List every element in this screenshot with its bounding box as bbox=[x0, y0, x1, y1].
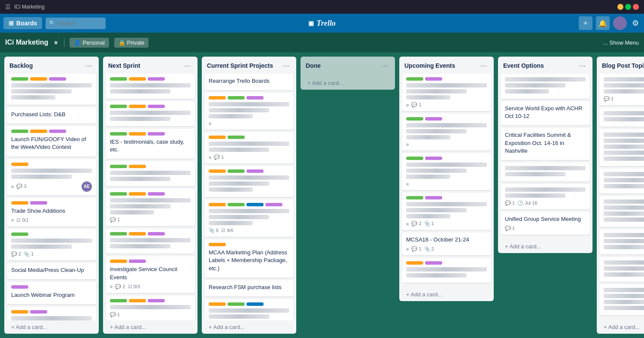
card-meta: ≡💬 2☑ 0/3 bbox=[110, 284, 191, 290]
board-content: Backlog···Purchased Lists: D&BLaunch FUN… bbox=[0, 52, 644, 338]
list-item[interactable]: 💬 1 bbox=[106, 189, 195, 226]
list-item[interactable] bbox=[106, 74, 195, 99]
column-menu-button-current-sprint[interactable]: ··· bbox=[281, 61, 291, 70]
gear-icon: ⚙ bbox=[632, 19, 639, 27]
column-menu-button-done[interactable]: ··· bbox=[380, 61, 390, 70]
list-item[interactable]: Unified Group Service Meeting💬 1 bbox=[501, 212, 590, 235]
add-card-button-blog-post-topics[interactable]: + Add a card... bbox=[599, 320, 644, 334]
list-item[interactable]: Service World Expo with ACHR Oct 10-12 bbox=[501, 101, 590, 125]
add-card-button-event-options[interactable]: + Add a card... bbox=[501, 240, 590, 253]
list-item[interactable]: Critical Facilities Summit & Exposition … bbox=[501, 128, 590, 160]
list-item[interactable]: Launch Webinar Program bbox=[7, 282, 96, 304]
card-checklist: ☑ 0/3 bbox=[128, 284, 140, 290]
personal-label: Personal bbox=[82, 39, 104, 46]
minimize-button[interactable]: ─ bbox=[617, 4, 623, 10]
label-green bbox=[406, 157, 423, 160]
card-comments: 💬 3 bbox=[16, 184, 26, 189]
column-cards-backlog: Purchased Lists: D&BLaunch FUN/GOOFY Vid… bbox=[4, 74, 99, 320]
label-green bbox=[406, 196, 423, 199]
list-item[interactable]: Investigate Service Council Events≡💬 2☑ … bbox=[106, 256, 195, 293]
list-item[interactable]: Social Media/Press Clean-Up bbox=[7, 263, 96, 279]
column-menu-button-backlog[interactable]: ··· bbox=[84, 61, 94, 70]
list-item[interactable] bbox=[599, 229, 644, 254]
column-menu-button-event-options[interactable]: ··· bbox=[577, 61, 587, 70]
star-icon[interactable]: ★ bbox=[53, 39, 59, 46]
list-item[interactable]: ≡💬 1 bbox=[402, 74, 491, 111]
private-tag[interactable]: 🔒 Private bbox=[114, 38, 149, 48]
list-item[interactable] bbox=[501, 163, 590, 181]
column-menu-button-next-sprint[interactable]: ··· bbox=[182, 61, 192, 70]
card-meta: 💬 1 bbox=[505, 226, 586, 231]
search-input[interactable] bbox=[46, 18, 106, 29]
add-card-button-backlog[interactable]: + Add a card... bbox=[7, 320, 96, 334]
list-item[interactable]: ≡💬 3AE bbox=[7, 159, 96, 195]
column-title-current-sprint: Current Sprint Projects bbox=[207, 62, 273, 69]
list-item[interactable] bbox=[599, 196, 644, 227]
list-item[interactable] bbox=[402, 258, 491, 283]
list-item[interactable]: MCAA Marketing Plan (Address Labels + Me… bbox=[204, 239, 294, 278]
label-orange bbox=[129, 299, 146, 302]
list-item[interactable] bbox=[599, 129, 644, 166]
list-item[interactable] bbox=[599, 257, 644, 282]
list-item[interactable]: 💬 1 bbox=[599, 74, 644, 105]
list-item[interactable]: ≡ bbox=[402, 114, 491, 151]
list-item[interactable]: ≡💬 1 bbox=[204, 132, 294, 163]
list-item[interactable]: 📎 6☑ 4/6 bbox=[204, 199, 294, 237]
add-button[interactable]: + bbox=[579, 16, 592, 30]
close-button[interactable]: ✕ bbox=[633, 4, 639, 10]
card-comments: 💬 1 bbox=[505, 226, 515, 231]
add-card-button-upcoming-events[interactable]: + Add a card... bbox=[402, 288, 491, 301]
list-item[interactable]: Rearrange Trello Boards bbox=[204, 74, 294, 90]
list-item[interactable]: 💬 1 bbox=[106, 296, 195, 320]
card-meta: 📎 6☑ 4/6 bbox=[209, 228, 289, 233]
add-card-button-next-sprint[interactable]: + Add a card... bbox=[106, 320, 195, 334]
list-item[interactable]: Launch FUN/GOOFY Video of the Week/Video… bbox=[7, 126, 96, 156]
list-item[interactable] bbox=[106, 101, 195, 126]
maximize-button[interactable]: □ bbox=[625, 4, 631, 10]
personal-tag[interactable]: 👤 Personal bbox=[70, 38, 109, 48]
list-item[interactable]: 📎 6☑ 4/6 bbox=[204, 299, 294, 320]
board-header: ICi Marketing ★ 👤 Personal 🔒 Private ...… bbox=[0, 33, 644, 52]
card-blur-line bbox=[406, 89, 467, 94]
boards-button[interactable]: ⊞ Boards bbox=[3, 17, 42, 29]
hamburger-icon: ☰ bbox=[5, 3, 11, 10]
add-card-button-done[interactable]: + Add a card... bbox=[303, 76, 392, 90]
column-upcoming-events: Upcoming Events···≡💬 1≡≡≡💬 2📎 1MCSA18 - … bbox=[399, 57, 494, 301]
notifications-button[interactable]: 🔔 bbox=[596, 16, 610, 30]
add-card-button-current-sprint[interactable]: + Add a card... bbox=[204, 320, 294, 334]
list-item[interactable]: Trade Show Additions≡☑ 0/1 bbox=[7, 198, 96, 226]
list-item[interactable] bbox=[599, 169, 644, 193]
list-item[interactable]: MCSA18 - October 21-24≡💬 1📎 2 bbox=[402, 232, 491, 255]
card-blur-line bbox=[604, 111, 644, 115]
list-item[interactable]: IES - testimonials, case study, etc. bbox=[106, 129, 195, 159]
label-purple bbox=[425, 196, 442, 199]
avatar[interactable] bbox=[613, 16, 627, 30]
column-menu-button-upcoming-events[interactable]: ··· bbox=[479, 61, 489, 70]
list-item[interactable] bbox=[599, 284, 644, 315]
list-item[interactable] bbox=[599, 108, 644, 127]
list-item[interactable]: ≡ bbox=[7, 307, 96, 320]
label-purple bbox=[30, 310, 47, 314]
list-item[interactable] bbox=[204, 166, 294, 197]
show-menu-button[interactable]: ... Show Menu bbox=[603, 39, 639, 46]
board-title[interactable]: ICi Marketing bbox=[5, 39, 48, 46]
label-green bbox=[228, 96, 245, 100]
label-green bbox=[11, 77, 28, 81]
list-item[interactable] bbox=[7, 74, 96, 105]
list-item[interactable]: Purchased Lists: D&B bbox=[7, 107, 96, 124]
card-meta: 💬 1 bbox=[110, 217, 191, 223]
list-item[interactable]: Research FSM purchase lists bbox=[204, 280, 294, 296]
card-labels bbox=[209, 96, 289, 100]
list-item[interactable] bbox=[106, 161, 195, 186]
list-item[interactable]: ≡ bbox=[204, 93, 294, 130]
card-blur-line bbox=[209, 209, 289, 213]
list-item[interactable] bbox=[106, 229, 195, 254]
column-title-next-sprint: Next Sprint bbox=[108, 62, 140, 69]
list-item[interactable]: 💬 2📎 1 bbox=[7, 229, 96, 260]
settings-button[interactable]: ⚙ bbox=[630, 17, 641, 30]
card-labels bbox=[209, 203, 289, 206]
list-item[interactable]: 💬 1🕐 Jul 16 bbox=[501, 184, 590, 209]
list-item[interactable]: ≡ bbox=[402, 153, 491, 190]
list-item[interactable]: ≡💬 2📎 1 bbox=[402, 193, 491, 230]
list-item[interactable] bbox=[501, 74, 590, 99]
